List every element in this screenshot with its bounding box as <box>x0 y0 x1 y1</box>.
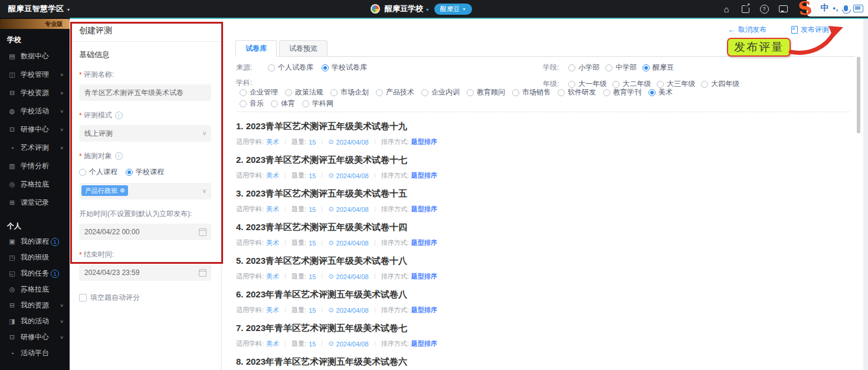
paper-list: 1. 2023青羊区艺术测评五年级美术试卷十九 适用学科:美术 题量:15 20… <box>236 116 855 370</box>
radio-icon <box>268 64 275 71</box>
assessment-mode-select[interactable]: 线上评测 <box>79 125 211 142</box>
school-avatar <box>371 4 380 14</box>
paper-title[interactable]: 8. 2023年青羊区艺术评测五年级美术试卷六 <box>236 351 855 368</box>
chat-icon[interactable] <box>779 5 788 12</box>
subject-option[interactable]: 教育顾问 <box>467 87 505 97</box>
subject-option[interactable]: 企业内训 <box>421 87 460 97</box>
grade-option[interactable]: 大二年级 <box>612 79 651 89</box>
school-badge-menu[interactable]: 醒摩豆 <box>434 4 472 15</box>
paper-title[interactable]: 7. 2023年青羊区艺术评测五年级美术试卷七 <box>236 317 855 334</box>
paper-meta: 适用学科:美术 题量:15 2024/04/08 排序方式:题型排序 <box>236 171 855 180</box>
target-label: 施测对象 <box>79 151 211 161</box>
school-menu[interactable]: 醒摩豆学校 <box>385 4 430 14</box>
radio-icon <box>643 64 650 71</box>
class-multiselect[interactable]: 产品行政班 <box>79 183 211 199</box>
paper-title[interactable]: 1. 2023青羊区艺术测评五年级美术试卷十九 <box>236 116 855 132</box>
subject-option[interactable]: 产品技术 <box>376 87 414 97</box>
edition-tab[interactable]: 专业版 <box>0 19 70 29</box>
paper-meta: 适用学科:美术 题量:15 2024/04/08 排序方式:题型排序 <box>236 137 855 146</box>
sidebar-item-school-management[interactable]: 学校管理 <box>0 66 70 84</box>
paper-title[interactable]: 6. 2023年青羊区艺术评测五年级美术试卷八 <box>236 284 855 300</box>
stage-filter: 学段: 小学部 中学部 醒摩豆 <box>543 63 674 73</box>
radio-stage-habook[interactable]: 醒摩豆 <box>643 63 674 73</box>
my-resources-icon <box>8 302 16 309</box>
app-window: 醒摩豆智慧学区 醒摩豆学校 醒摩豆 中 •, S <box>0 0 868 370</box>
sidebar-item-my-activities[interactable]: 我的活动 <box>0 313 70 329</box>
grade-option[interactable]: 大四年级 <box>701 79 739 89</box>
paper-item: 2. 2023青羊区艺术测评五年级美术试卷十七 适用学科:美术 题量:15 20… <box>236 149 855 183</box>
my-courses-icon <box>8 238 16 245</box>
radio-stage-middle[interactable]: 中学部 <box>605 63 637 73</box>
paper-library-panel: 取消发布 发布评测 试卷库 试卷预览 来源: 个人试卷库 学校试卷库 学段: <box>222 19 863 370</box>
paper-title[interactable]: 3. 2023青羊区艺术测评五年级美术试卷十五 <box>236 183 855 199</box>
help-icon[interactable] <box>760 5 769 14</box>
scrollbar-thumb[interactable] <box>857 57 860 133</box>
grade-option[interactable]: 大三年级 <box>657 79 695 89</box>
top-navbar: 醒摩豆智慧学区 醒摩豆学校 醒摩豆 <box>0 0 868 18</box>
paper-title[interactable]: 4. 2023青羊区艺术测评五年级美术试卷十四 <box>236 217 855 233</box>
keyboard-icon[interactable] <box>853 5 863 12</box>
ime-punctuation-toggle[interactable]: •, <box>833 4 838 12</box>
end-time-label: 结束时间: <box>79 250 211 260</box>
radio-icon <box>612 81 620 88</box>
paper-meta: 适用学科:美术 题量:15 2024/04/08 排序方式:题型排序 <box>236 205 855 214</box>
radio-school-library[interactable]: 学校试卷库 <box>322 63 367 73</box>
share-icon[interactable] <box>742 5 749 13</box>
home-icon[interactable] <box>722 4 731 14</box>
sidebar-item-learning-analysis[interactable]: 学情分析 <box>0 157 70 175</box>
info-icon[interactable] <box>115 112 123 119</box>
sidebar-item-my-classes[interactable]: 我的班级 <box>0 250 70 266</box>
cancel-publish-button[interactable]: 取消发布 <box>728 25 767 35</box>
subject-option[interactable]: 体育 <box>271 99 295 109</box>
radio-icon <box>271 100 278 107</box>
chevron-down-icon <box>202 183 207 199</box>
radio-school-course[interactable]: 学校课程 <box>126 167 164 177</box>
sogou-logo[interactable]: S <box>797 0 813 19</box>
sidebar-item-socrates[interactable]: 苏格拉底 <box>0 175 70 194</box>
start-time-input[interactable]: 2024/04/22 00:00 <box>79 224 211 240</box>
school-badge-label: 醒摩豆 <box>440 5 460 14</box>
subject-option[interactable]: 企业管理 <box>240 87 278 97</box>
district-menu[interactable]: 醒摩豆智慧学区 <box>8 0 71 18</box>
ime-language-toggle[interactable]: 中 <box>820 3 828 14</box>
sidebar-item-classroom-records[interactable]: 课堂记录 <box>0 194 70 212</box>
radio-stage-primary[interactable]: 小学部 <box>568 63 600 73</box>
sidebar-item-school-activities[interactable]: 学校活动 <box>0 102 70 120</box>
sidebar-item-my-resources[interactable]: 我的资源 <box>0 297 70 313</box>
subject-option[interactable]: 市场企划 <box>330 87 369 97</box>
sidebar-item-my-courses[interactable]: 我的课程 1 <box>0 234 70 250</box>
radio-icon <box>376 89 383 96</box>
subject-option[interactable]: 音乐 <box>240 99 264 109</box>
training-center-icon <box>8 333 16 341</box>
assessment-name-input[interactable]: 青羊区艺术测评五年级美术试卷 <box>79 84 211 101</box>
sidebar-item-socrates-personal[interactable]: 苏格拉底 <box>0 281 70 297</box>
paper-title[interactable]: 2. 2023青羊区艺术测评五年级美术试卷十七 <box>236 149 855 166</box>
paper-meta: 适用学科:美术 题量:15 2024/04/08 排序方式:题型排序 <box>236 238 855 247</box>
subject-label: 学科: <box>236 78 252 88</box>
radio-personal-library[interactable]: 个人试卷库 <box>268 63 313 73</box>
sidebar-item-training-center-personal[interactable]: 研修中心 <box>0 329 70 345</box>
sidebar-item-activity-platform[interactable]: 活动平台 <box>0 345 70 361</box>
subject-option[interactable]: 学科网 <box>302 99 333 109</box>
school-activities-icon <box>8 107 16 115</box>
sidebar-item-school-resources[interactable]: 学校资源 <box>0 84 70 102</box>
sidebar-item-data-center[interactable]: 数据中心 <box>0 47 70 66</box>
school-name: 醒摩豆学校 <box>385 4 423 14</box>
microphone-icon[interactable] <box>844 5 848 11</box>
paper-title[interactable]: 5. 2023青羊区艺术测评五年级美术试卷十八 <box>236 250 855 267</box>
grade-option[interactable]: 大一年级 <box>568 79 607 89</box>
close-icon[interactable] <box>120 186 125 195</box>
tab-paper-library[interactable]: 试卷库 <box>235 40 277 57</box>
autoscore-checkbox-row[interactable]: 填空题自动评分 <box>79 293 211 303</box>
sidebar: 专业版 学校 数据中心 学校管理 学校资源 学校活动 研修中心 艺 <box>0 18 70 370</box>
end-time-input[interactable]: 2024/04/23 23:59 <box>79 264 211 281</box>
tab-paper-preview[interactable]: 试卷预览 <box>279 40 327 57</box>
paper-item: 6. 2023年青羊区艺术评测五年级美术试卷八 适用学科:美术 题量:15 20… <box>236 284 855 317</box>
radio-personal-course[interactable]: 个人课程 <box>79 167 117 177</box>
sidebar-item-my-tasks[interactable]: 我的任务 1 <box>0 266 70 281</box>
art-assessment-icon <box>8 145 16 152</box>
info-icon[interactable] <box>115 152 123 160</box>
subject-option[interactable]: 政策法规 <box>285 87 323 97</box>
sidebar-item-art-assessment[interactable]: 艺术评测 <box>0 139 70 157</box>
sidebar-item-training-center[interactable]: 研修中心 <box>0 120 70 139</box>
